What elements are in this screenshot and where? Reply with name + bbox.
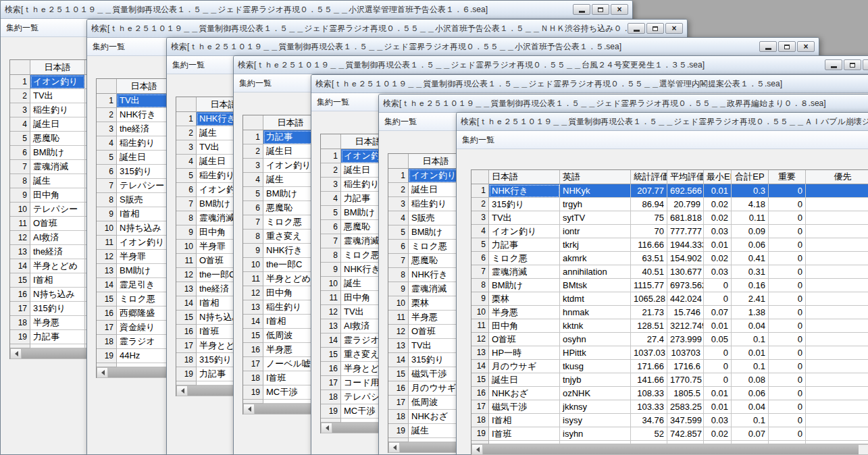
grid-cell[interactable]: 0 xyxy=(769,198,806,211)
grid-cell[interactable] xyxy=(806,279,868,292)
row-number-cell[interactable]: 16 xyxy=(10,288,30,302)
grid-cell[interactable]: 0.09 xyxy=(732,225,769,238)
grid-cell[interactable]: isysy xyxy=(560,414,631,427)
row-number-cell[interactable]: 14 xyxy=(243,315,263,329)
column-header-japanese[interactable]: 日本語 xyxy=(117,79,172,94)
grid-cell[interactable]: tnjyb xyxy=(560,373,631,387)
grid-cell[interactable]: NHK行き xyxy=(489,184,560,198)
grid-cell[interactable]: 315釣り xyxy=(117,165,172,179)
grid-cell[interactable]: ミロク悪 xyxy=(489,252,560,265)
grid-cell[interactable] xyxy=(806,184,868,198)
row-number-cell[interactable]: 12 xyxy=(388,325,409,339)
grid-cell[interactable]: 75 xyxy=(631,211,667,225)
row-number-cell[interactable]: 8 xyxy=(243,230,263,244)
grid-cell[interactable]: 0 xyxy=(704,346,732,360)
row-number-cell[interactable]: 16 xyxy=(243,343,263,357)
row-number-cell[interactable]: 18 xyxy=(97,335,117,349)
row-number-cell[interactable]: 9 xyxy=(243,244,263,258)
row-number-cell[interactable]: 14 xyxy=(321,333,341,348)
grid-cell[interactable]: TV出 xyxy=(409,339,463,353)
row-number-cell[interactable]: 2 xyxy=(321,163,341,178)
row-number-cell[interactable]: 3 xyxy=(388,197,409,211)
grid-cell[interactable]: 1805.5 xyxy=(667,387,704,400)
grid-cell[interactable] xyxy=(806,265,868,279)
grid-cell[interactable]: 141.66 xyxy=(631,373,667,387)
column-header-japanese[interactable]: 日本語 xyxy=(263,115,318,130)
row-number-cell[interactable]: 13 xyxy=(321,319,341,333)
grid-cell[interactable]: 田中角 xyxy=(263,286,318,300)
row-number-cell[interactable]: 1 xyxy=(321,149,341,163)
window-titlebar[interactable]: 検索[ｔｈｅ２５１０１９＿＿質量制御再現公表１．５＿＿ジェド霊界ラジオ再現０．５… xyxy=(379,95,868,113)
grid-cell[interactable]: 2.41 xyxy=(732,292,769,306)
row-number-cell[interactable]: 17 xyxy=(471,400,489,414)
grid-cell[interactable]: 稲生釣り xyxy=(409,197,463,211)
grid-cell[interactable]: 0 xyxy=(769,414,806,427)
row-number-cell[interactable]: 2 xyxy=(10,89,30,103)
grid-cell[interactable]: 0.02 xyxy=(704,198,732,211)
close-button[interactable]: × xyxy=(665,23,683,34)
maximize-button[interactable] xyxy=(778,41,796,52)
window-titlebar[interactable]: 検索[ｔｈｅ２５１０１９＿＿質量制御再現公表１．５＿＿ジェド霊界ラジオ再現０．５… xyxy=(167,38,819,56)
row-number-cell[interactable]: 7 xyxy=(243,215,263,230)
column-header-jp[interactable]: 日本語 xyxy=(489,170,560,184)
grid-cell[interactable]: 21.73 xyxy=(631,306,667,319)
grid-cell[interactable]: tkrkj xyxy=(560,238,631,252)
grid-cell[interactable]: 半身悪 xyxy=(30,316,85,330)
grid-cell[interactable]: trgyh xyxy=(560,198,631,211)
grid-cell[interactable]: 誕生日 xyxy=(30,117,85,132)
column-header-min[interactable]: 最小EP xyxy=(704,170,732,184)
row-number-cell[interactable]: 11 xyxy=(97,236,117,250)
grid-cell[interactable]: 稲生釣り xyxy=(263,300,318,315)
row-number-cell[interactable]: 8 xyxy=(176,211,197,225)
row-number-cell[interactable]: 8 xyxy=(10,174,30,188)
grid-cell[interactable]: 0.06 xyxy=(732,387,769,400)
row-number-cell[interactable]: 3 xyxy=(10,103,30,117)
grid-cell[interactable]: 0 xyxy=(769,306,806,319)
grid-cell[interactable]: 西郷隆盛 xyxy=(117,306,172,321)
grid-cell[interactable]: 315釣り xyxy=(489,198,560,211)
row-number-cell[interactable]: 19 xyxy=(243,385,263,400)
row-number-cell[interactable]: 19 xyxy=(321,404,341,419)
grid-cell[interactable]: 20.799 xyxy=(667,198,704,211)
row-number-cell[interactable]: 11 xyxy=(243,272,263,286)
row-number-cell[interactable]: 6 xyxy=(388,240,409,254)
grid-cell[interactable]: I首相 xyxy=(263,315,318,329)
row-number-cell[interactable]: 10 xyxy=(10,203,30,217)
row-number-cell[interactable]: 1 xyxy=(243,130,263,144)
grid-cell[interactable] xyxy=(806,306,868,319)
row-number-cell[interactable]: 7 xyxy=(176,197,197,211)
row-number-cell[interactable]: 3 xyxy=(321,178,341,192)
row-number-cell[interactable]: 15 xyxy=(97,292,117,306)
row-number-cell[interactable]: 4 xyxy=(97,136,117,151)
grid-cell[interactable]: 磁気干渉 xyxy=(409,367,463,381)
grid-cell[interactable]: 栗林 xyxy=(409,296,463,311)
grid-cell[interactable]: 0.02 xyxy=(704,252,732,265)
grid-cell[interactable]: N持ち込み xyxy=(30,288,85,302)
grid-cell[interactable]: I首相 xyxy=(489,414,560,427)
row-number-cell[interactable]: 19 xyxy=(97,349,117,363)
grid-cell[interactable] xyxy=(806,400,868,414)
grid-cell[interactable] xyxy=(704,441,732,444)
grid-cell[interactable]: ktdmt xyxy=(560,292,631,306)
row-number-cell[interactable]: 10 xyxy=(388,296,409,311)
column-header-imp[interactable]: 重要 xyxy=(769,170,806,184)
grid-cell[interactable]: 資金繰り xyxy=(117,321,172,335)
grid-cell[interactable]: 0.03 xyxy=(704,414,732,427)
row-number-cell[interactable]: 14 xyxy=(388,353,409,367)
row-number-cell[interactable]: 2 xyxy=(388,183,409,197)
row-number-cell[interactable]: 1 xyxy=(471,184,489,198)
grid-cell[interactable]: ミロク悪 xyxy=(409,240,463,254)
grid-cell[interactable]: イオン釣り xyxy=(117,236,172,250)
row-number-cell[interactable]: 3 xyxy=(243,159,263,173)
grid-cell[interactable]: 霊魂消滅 xyxy=(30,160,85,174)
grid-cell[interactable]: 誕生 xyxy=(263,173,318,187)
row-number-cell[interactable]: 1 xyxy=(388,169,409,183)
column-header-en[interactable]: 英語 xyxy=(560,170,631,184)
row-number-cell[interactable]: 13 xyxy=(176,282,197,296)
row-number-cell[interactable]: 13 xyxy=(388,339,409,353)
grid-cell[interactable]: NHKおざ xyxy=(409,410,463,424)
row-number-cell[interactable]: 1 xyxy=(10,75,30,89)
grid-cell[interactable]: 40.51 xyxy=(631,265,667,279)
row-number-cell[interactable]: 13 xyxy=(10,245,30,259)
grid-cell[interactable] xyxy=(117,363,172,367)
